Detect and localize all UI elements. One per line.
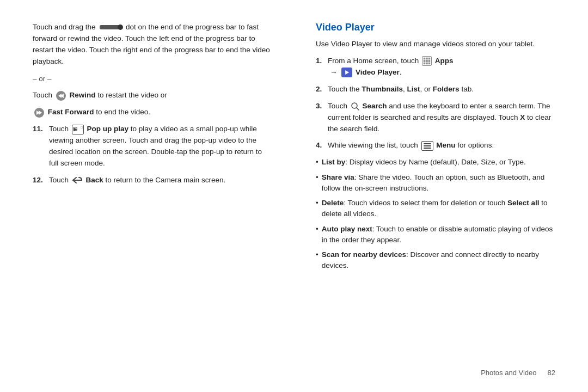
right-intro: Use Video Player to view and manage vide…: [316, 39, 555, 50]
step-4-content: While viewing the list, touch Menu for o…: [328, 140, 555, 151]
bullet-share-via: Share via: Share the video. Touch an opt…: [316, 172, 555, 194]
step-12-num: 12.: [33, 175, 49, 186]
steps-list: 1. From a Home screen, touch App: [316, 56, 555, 151]
step-3-num: 3.: [316, 101, 328, 135]
step-4-num: 4.: [316, 140, 328, 151]
bullet-auto-play: Auto play next: Touch to enable or disab…: [316, 224, 555, 246]
rewind-icon: [56, 90, 66, 101]
step-11-content: Touch ▶ □ Pop up play to play a video as…: [49, 124, 272, 169]
bullet-text-share-via: Share via: Share the video. Touch an opt…: [322, 172, 555, 194]
left-steps: 11. Touch ▶ □ Pop up play to play a vide…: [33, 124, 272, 186]
step-1-num: 1.: [316, 56, 328, 78]
step-12-content: Touch Back to return to the Camera main …: [49, 175, 272, 186]
bullet-delete: Delete: Touch videos to select them for …: [316, 198, 555, 220]
arrow-symbol: →: [330, 68, 338, 76]
step-1: 1. From a Home screen, touch App: [316, 56, 555, 78]
footer-page: 82: [548, 369, 555, 377]
section-title: Video Player: [316, 22, 555, 33]
bullet-scan-nearby: Scan for nearby devices: Discover and co…: [316, 249, 555, 272]
svg-rect-8: [428, 58, 431, 60]
step-4: 4. While viewing the list, touch Menu fo…: [316, 140, 555, 151]
menu-icon: [421, 141, 433, 151]
bullet-text-list-by: List by: Display videos by Name (default…: [322, 157, 526, 168]
step-11-num: 11.: [33, 124, 49, 169]
apps-label: Apps: [435, 57, 454, 65]
x-label: X: [520, 113, 525, 121]
svg-line-16: [357, 108, 359, 110]
bullet-list-by: List by: Display videos by Name (default…: [316, 157, 555, 168]
folders-label: Folders: [433, 85, 460, 93]
left-column: Touch and drag the dot on the end of the…: [33, 22, 283, 370]
step-11: 11. Touch ▶ □ Pop up play to play a vide…: [33, 124, 272, 169]
rewind-label: Rewind: [70, 91, 96, 99]
video-player-nav-icon: [341, 68, 352, 77]
step-2-content: Touch the Thumbnails, List, or Folders t…: [328, 84, 555, 95]
thumbnails-label: Thumbnails: [362, 85, 403, 93]
bullet-text-delete: Delete: Touch videos to select them for …: [322, 198, 555, 220]
footer: Photos and Video 82: [481, 369, 555, 377]
menu-line-2: [424, 145, 431, 146]
options-list: List by: Display videos by Name (default…: [316, 157, 555, 271]
svg-rect-11: [428, 60, 431, 63]
apps-grid-icon: [422, 56, 432, 66]
menu-label: Menu: [436, 141, 455, 149]
svg-rect-10: [426, 60, 428, 63]
step-3: 3. Touch Search and use the keyboard to …: [316, 101, 555, 135]
rewind-line: Touch Rewind to restart the video or: [33, 90, 272, 101]
svg-rect-6: [424, 58, 426, 60]
svg-rect-7: [426, 58, 428, 60]
step-1-content: From a Home screen, touch Apps →: [328, 56, 555, 78]
ff-label: Fast Forward: [48, 108, 94, 116]
or-line: – or –: [33, 73, 272, 85]
video-player-nav-label: Video Player: [356, 68, 400, 76]
footer-label: Photos and Video: [481, 369, 536, 377]
step-2: 2. Touch the Thumbnails, List, or Folder…: [316, 84, 555, 95]
ff-line: Fast Forward to end the video.: [33, 107, 272, 118]
menu-line-3: [424, 148, 431, 149]
fast-forward-icon: [34, 107, 45, 118]
right-column: Video Player Use Video Player to view an…: [305, 22, 555, 370]
bullet-text-scan-nearby: Scan for nearby devices: Discover and co…: [322, 249, 555, 272]
popup-play-icon: ▶ □: [72, 125, 84, 134]
step-12: 12. Touch Back to return to the Camera m…: [33, 175, 272, 186]
search-icon: [351, 102, 359, 111]
svg-rect-9: [424, 60, 426, 63]
ff-post: to end the video.: [96, 108, 150, 116]
intro-text: Touch and drag the dot on the end of the…: [33, 22, 272, 68]
svg-rect-14: [428, 63, 431, 65]
bullet-text-auto-play: Auto play next: Touch to enable or disab…: [322, 224, 555, 246]
search-label: Search: [363, 102, 387, 110]
list-label: List: [407, 85, 420, 93]
svg-rect-12: [424, 63, 426, 65]
step-3-content: Touch Search and use the keyboard to ent…: [328, 101, 555, 135]
progress-bar-icon: [100, 25, 121, 29]
step-11-icon-label: Pop up play: [87, 125, 129, 133]
step-12-post: to return to the Camera main screen.: [106, 176, 226, 184]
back-icon: [72, 176, 83, 185]
step-12-label: Back: [86, 176, 103, 184]
menu-line-1: [424, 143, 431, 144]
step-2-num: 2.: [316, 84, 328, 95]
svg-rect-13: [426, 63, 428, 65]
